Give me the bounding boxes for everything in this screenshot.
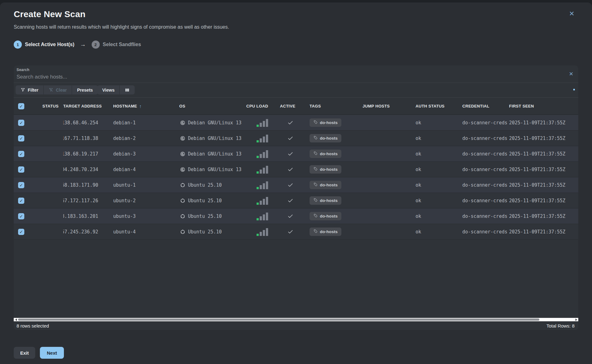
active-check-icon xyxy=(280,120,310,126)
column-header-active[interactable]: ACTIVE xyxy=(280,104,310,108)
cell-credential: do-scanner-creds xyxy=(462,167,509,172)
cell-auth-status: ok xyxy=(416,198,462,204)
debian-icon xyxy=(180,167,185,172)
row-checkbox[interactable]: ✓ xyxy=(18,213,24,219)
cell-os: Ubuntu 25.10 xyxy=(179,182,246,188)
search-clear-icon[interactable]: ✕ xyxy=(567,70,575,78)
tag-chip[interactable]: do-hosts xyxy=(310,212,341,220)
cell-tags: do-hosts xyxy=(310,134,363,142)
table-row[interactable]: ✓ 104.248.70.234 debian-4 Debian GNU/Lin… xyxy=(14,162,578,177)
columns-button[interactable] xyxy=(119,85,135,94)
cell-target-address: 138.68.46.254 xyxy=(63,120,113,126)
tag-chip[interactable]: do-hosts xyxy=(310,228,341,236)
cpu-load-meter xyxy=(246,212,280,220)
cell-tags: do-hosts xyxy=(310,165,363,174)
tag-icon xyxy=(313,151,318,156)
page-subtitle: Scanning hosts will return results which… xyxy=(14,24,229,30)
step-2-label: Select Sandflies xyxy=(103,42,141,47)
scrollbar-thumb[interactable] xyxy=(18,318,539,321)
filter-button[interactable]: Filter xyxy=(16,85,43,94)
table-row[interactable]: ✓ 138.68.19.217 debian-3 Debian GNU/Linu… xyxy=(14,146,578,162)
row-checkbox[interactable]: ✓ xyxy=(18,166,24,173)
cpu-load-meter xyxy=(246,119,280,127)
cell-hostname: ubuntu-3 xyxy=(113,213,179,219)
presets-button[interactable]: Presets xyxy=(72,85,98,94)
filter-button-group: Filter Clear Presets xyxy=(16,85,98,94)
debian-icon xyxy=(180,136,185,141)
ubuntu-icon xyxy=(180,213,185,219)
tag-icon xyxy=(313,213,318,219)
tag-icon xyxy=(313,120,318,125)
row-checkbox[interactable]: ✓ xyxy=(18,182,24,188)
cell-os: Ubuntu 25.10 xyxy=(179,213,246,219)
cell-first-seen: 2025-11-09T21:37:55Z xyxy=(509,167,578,172)
active-check-icon xyxy=(280,182,310,188)
cell-hostname: debian-2 xyxy=(113,136,179,141)
debian-icon xyxy=(180,151,185,157)
column-header-hostname[interactable]: HOSTNAME ↑ xyxy=(113,103,179,109)
cell-auth-status: ok xyxy=(416,120,462,126)
next-button[interactable]: Next xyxy=(40,347,64,359)
row-checkbox[interactable]: ✓ xyxy=(18,229,24,235)
views-button-group: Views xyxy=(97,85,135,94)
cpu-load-meter xyxy=(246,228,280,236)
resize-handle-dot[interactable] xyxy=(573,89,575,90)
column-header-cpu-load[interactable]: CPU LOAD xyxy=(246,104,280,108)
row-checkbox[interactable]: ✓ xyxy=(18,151,24,157)
table-row[interactable]: ✓ 167.71.118.38 debian-2 Debian GNU/Linu… xyxy=(14,131,578,146)
scroll-right-icon[interactable] xyxy=(574,318,578,321)
tag-chip[interactable]: do-hosts xyxy=(310,196,341,205)
row-checkbox[interactable]: ✓ xyxy=(18,120,24,126)
column-header-target-address[interactable]: TARGET ADDRESS xyxy=(63,104,113,108)
cpu-load-bars xyxy=(257,181,268,189)
tag-chip[interactable]: do-hosts xyxy=(310,134,341,142)
horizontal-scrollbar[interactable] xyxy=(14,318,578,321)
cpu-load-bars xyxy=(257,212,268,220)
column-header-first-seen[interactable]: FIRST SEEN xyxy=(509,104,578,108)
exit-button[interactable]: Exit xyxy=(14,347,35,359)
views-button[interactable]: Views xyxy=(97,85,119,94)
table-row[interactable]: ✓ 167.172.117.26 ubuntu-2 Ubuntu 25.10 xyxy=(14,193,578,208)
table-status-bar: 8 rows selected Total Rows: 8 xyxy=(14,321,578,330)
cell-credential: do-scanner-creds xyxy=(462,213,509,219)
cell-hostname: debian-4 xyxy=(113,167,179,172)
scroll-left-icon[interactable] xyxy=(14,318,18,321)
table-row[interactable]: ✓ 138.68.46.254 debian-1 Debian GNU/Linu… xyxy=(14,115,578,131)
column-header-tags[interactable]: TAGS xyxy=(310,104,363,108)
table-body: ✓ 138.68.46.254 debian-1 Debian GNU/Linu… xyxy=(14,115,578,240)
table-row[interactable]: ✓ 68.183.163.201 ubuntu-3 Ubuntu 25.10 xyxy=(14,208,578,224)
cpu-load-meter xyxy=(246,134,280,142)
column-header-auth-status[interactable]: AUTH STATUS xyxy=(416,104,462,108)
stepper: 1 Select Active Host(s) → 2 Select Sandf… xyxy=(14,40,141,49)
row-checkbox[interactable]: ✓ xyxy=(18,198,24,204)
cell-os: Ubuntu 25.10 xyxy=(179,198,246,204)
tag-chip[interactable]: do-hosts xyxy=(310,118,341,127)
close-icon[interactable]: ✕ xyxy=(567,9,576,18)
cpu-load-bars xyxy=(257,165,268,174)
cell-hostname: ubuntu-4 xyxy=(113,229,179,235)
clear-filter-button[interactable]: Clear xyxy=(43,85,72,94)
column-header-jump-hosts[interactable]: JUMP HOSTS xyxy=(363,104,416,108)
column-header-credential[interactable]: CREDENTIAL xyxy=(462,104,509,108)
row-checkbox[interactable]: ✓ xyxy=(18,135,24,141)
tag-chip[interactable]: do-hosts xyxy=(310,165,341,174)
arrow-right-icon: → xyxy=(80,41,86,48)
cell-hostname: ubuntu-1 xyxy=(113,182,179,188)
select-all-checkbox[interactable]: ✓ xyxy=(18,103,24,109)
active-check-icon xyxy=(280,135,310,141)
cell-tags: do-hosts xyxy=(310,181,363,189)
table-row[interactable]: ✓ 68.183.171.90 ubuntu-1 Ubuntu 25.10 xyxy=(14,177,578,193)
cell-target-address: 167.172.117.26 xyxy=(63,198,113,204)
cell-first-seen: 2025-11-09T21:37:55Z xyxy=(509,229,578,235)
search-input[interactable] xyxy=(17,73,546,81)
cpu-load-bars xyxy=(257,228,268,236)
table-row[interactable]: ✓ 157.245.236.92 ubuntu-4 Ubuntu 25.10 xyxy=(14,224,578,240)
tag-chip[interactable]: do-hosts xyxy=(310,150,341,158)
column-header-os[interactable]: OS xyxy=(179,104,246,108)
page-title: Create New Scan xyxy=(14,9,85,19)
cell-target-address: 167.71.118.38 xyxy=(63,136,113,141)
tag-chip[interactable]: do-hosts xyxy=(310,181,341,189)
cell-os: Debian GNU/Linux 13 xyxy=(179,136,246,141)
cell-os: Debian GNU/Linux 13 xyxy=(179,151,246,157)
column-header-status[interactable]: STATUS xyxy=(42,104,63,108)
